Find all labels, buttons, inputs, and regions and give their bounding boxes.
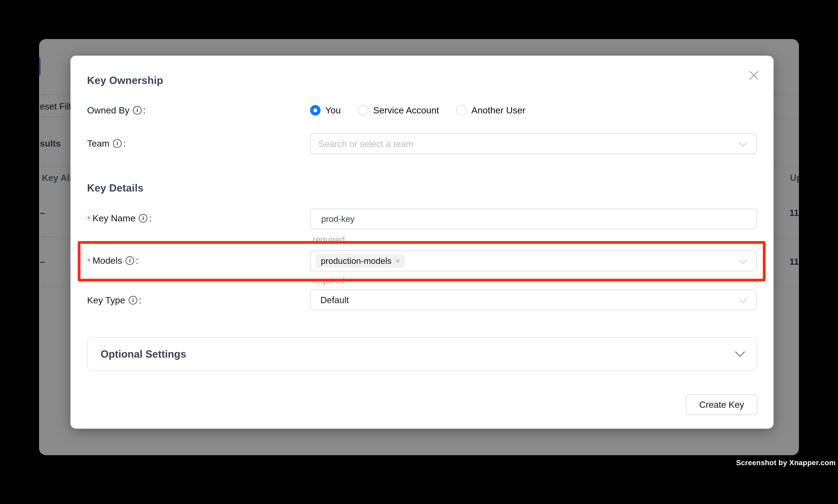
key-name-label: * Key Name i :: [87, 213, 151, 223]
radio-unselected-icon: [358, 105, 369, 115]
team-select-placeholder: Search or select a team: [318, 139, 413, 149]
optional-settings-accordion[interactable]: Optional Settings: [87, 337, 757, 371]
info-icon[interactable]: i: [133, 106, 142, 114]
team-label: Team i :: [87, 138, 126, 149]
models-validation-hint: required: [313, 275, 345, 286]
key-name-validation-hint: required: [313, 235, 345, 245]
radio-service-account[interactable]: Service Account: [358, 105, 439, 115]
label-colon: :: [143, 105, 146, 115]
required-asterisk: *: [87, 256, 91, 267]
create-key-modal: Key Ownership Owned By i : You Service A…: [70, 56, 773, 429]
chevron-down-icon: [739, 295, 747, 303]
optional-settings-label: Optional Settings: [101, 348, 186, 360]
key-name-value: prod-key: [321, 214, 355, 224]
page: eset Filt sults Key Alia Up – 11/ – 11/ …: [0, 0, 838, 504]
owned-by-label-text: Owned By: [87, 105, 129, 115]
models-label-text: Models: [92, 255, 122, 266]
chevron-down-icon: [735, 347, 745, 357]
chevron-down-icon: [739, 256, 747, 264]
xnapper-watermark: Screenshot by Xnapper.com: [736, 459, 836, 467]
team-select[interactable]: Search or select a team: [310, 133, 757, 154]
key-type-label: Key Type i :: [87, 295, 141, 305]
radio-another-user-label: Another User: [471, 105, 525, 115]
label-colon: :: [149, 213, 151, 223]
radio-another-user[interactable]: Another User: [456, 105, 525, 115]
info-icon[interactable]: i: [139, 214, 147, 222]
key-name-label-text: Key Name: [92, 213, 135, 223]
remove-tag-icon[interactable]: ×: [395, 256, 400, 265]
info-icon[interactable]: i: [113, 139, 122, 148]
team-label-text: Team: [87, 138, 109, 149]
label-colon: :: [123, 138, 126, 149]
models-select[interactable]: production-models ×: [310, 250, 757, 271]
radio-unselected-icon: [456, 105, 467, 115]
radio-selected-icon: [310, 105, 321, 115]
selected-model-tag: production-models ×: [316, 254, 405, 268]
info-icon[interactable]: i: [126, 256, 134, 265]
key-type-select[interactable]: Default: [310, 289, 757, 310]
close-icon[interactable]: [748, 70, 760, 81]
required-asterisk: *: [87, 214, 91, 224]
modal-title: Key Ownership: [87, 74, 163, 86]
key-type-label-text: Key Type: [87, 295, 125, 305]
models-label: * Models i :: [87, 255, 138, 266]
owned-by-label: Owned By i :: [87, 105, 146, 115]
key-name-input[interactable]: prod-key: [310, 209, 757, 229]
radio-you-label: You: [325, 105, 341, 115]
selected-model-tag-label: production-models: [321, 256, 391, 266]
label-colon: :: [136, 255, 138, 266]
owned-by-radio-group: You Service Account Another User: [310, 105, 542, 115]
create-key-button[interactable]: Create Key: [686, 394, 757, 415]
radio-you[interactable]: You: [310, 105, 341, 115]
label-colon: :: [139, 295, 141, 305]
key-type-value: Default: [320, 295, 349, 305]
key-details-section-title: Key Details: [87, 182, 143, 194]
chevron-down-icon: [739, 139, 747, 147]
info-icon[interactable]: i: [129, 296, 137, 305]
radio-service-account-label: Service Account: [373, 105, 439, 115]
